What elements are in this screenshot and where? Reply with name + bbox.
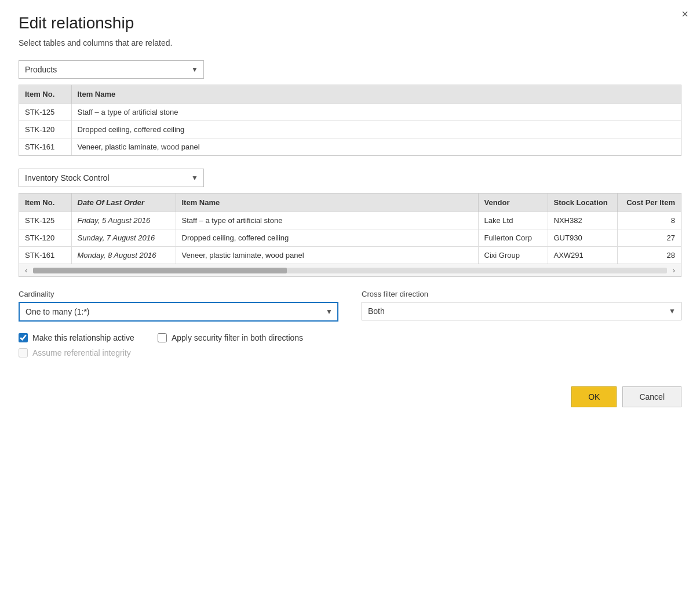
table1-header-row: Item No. Item Name — [19, 85, 681, 104]
table2-cell-vendor: Lake Ltd — [478, 212, 548, 229]
table1-cell-itemname: Staff – a type of artificial stone — [71, 104, 681, 121]
table2-cell-cost: 27 — [617, 229, 681, 247]
table2-cell-cost: 28 — [617, 247, 681, 264]
dialog-title: Edit relationship — [19, 14, 681, 32]
table-row: STK-125 Friday, 5 August 2016 Staff – a … — [19, 212, 681, 229]
table2-cell-date: Friday, 5 August 2016 — [71, 212, 176, 229]
right-checkboxes: Apply security filter in both directions — [158, 333, 303, 363]
table2-col-stock: Stock Location — [548, 194, 617, 212]
table2-cell-itemno: STK-120 — [19, 229, 71, 247]
table2-col-vendor: Vendor — [478, 194, 548, 212]
active-checkbox-label[interactable]: Make this relationship active — [32, 333, 134, 342]
table2-cell-stock: AXW291 — [548, 247, 617, 264]
cardinality-label: Cardinality — [19, 290, 338, 298]
cross-filter-dropdown[interactable]: BothSingle — [362, 302, 681, 320]
cross-filter-dropdown-wrapper: BothSingle ▼ — [362, 302, 681, 320]
table1-dropdown-wrapper: Products ▼ — [19, 60, 204, 79]
table2-body: STK-125 Friday, 5 August 2016 Staff – a … — [19, 212, 681, 264]
scroll-left-icon[interactable]: ‹ — [23, 266, 30, 275]
security-checkbox-row: Apply security filter in both directions — [158, 333, 303, 342]
cross-filter-group: Cross filter direction BothSingle ▼ — [362, 290, 681, 320]
controls-section: Cardinality One to many (1:*)Many to one… — [19, 290, 681, 322]
table1-cell-itemno: STK-161 — [19, 138, 71, 156]
referential-checkbox-row: Assume referential integrity — [19, 348, 134, 357]
table2-scrollbar[interactable]: ‹ › — [19, 264, 681, 276]
table2-cell-date: Sunday, 7 August 2016 — [71, 229, 176, 247]
table2: Item No. Date Of Last Order Item Name Ve… — [19, 194, 681, 264]
table2-cell-vendor: Fullerton Corp — [478, 229, 548, 247]
scroll-thumb — [33, 268, 286, 273]
table2-cell-date: Monday, 8 August 2016 — [71, 247, 176, 264]
table1-col-itemname: Item Name — [71, 85, 681, 104]
left-checkboxes: Make this relationship active Assume ref… — [19, 333, 134, 363]
checkboxes-section: Make this relationship active Assume ref… — [19, 333, 681, 363]
scroll-right-icon[interactable]: › — [670, 266, 677, 275]
table1-container: Item No. Item Name STK-125Staff – a type… — [19, 85, 681, 156]
table-row: STK-120 Sunday, 7 August 2016 Dropped ce… — [19, 229, 681, 247]
table1-cell-itemno: STK-120 — [19, 121, 71, 138]
table1-cell-itemname: Veneer, plastic laminate, wood panel — [71, 138, 681, 156]
action-buttons: OK Cancel — [19, 386, 681, 407]
referential-checkbox[interactable] — [19, 348, 28, 357]
cardinality-group: Cardinality One to many (1:*)Many to one… — [19, 290, 338, 322]
table2-col-cost: Cost Per Item — [617, 194, 681, 212]
table-row: STK-161Veneer, plastic laminate, wood pa… — [19, 138, 681, 156]
table1-cell-itemno: STK-125 — [19, 104, 71, 121]
dialog-subtitle: Select tables and columns that are relat… — [19, 38, 681, 48]
table2-cell-itemname: Veneer, plastic laminate, wood panel — [176, 247, 478, 264]
close-button[interactable]: × — [681, 8, 688, 20]
table2-header-row: Item No. Date Of Last Order Item Name Ve… — [19, 194, 681, 212]
table2-col-itemname: Item Name — [176, 194, 478, 212]
table-row: STK-120Dropped ceiling, coffered ceiling — [19, 121, 681, 138]
table2-cell-stock: NXH382 — [548, 212, 617, 229]
table2-container: Item No. Date Of Last Order Item Name Ve… — [19, 193, 681, 277]
table1: Item No. Item Name STK-125Staff – a type… — [19, 85, 681, 155]
table2-cell-itemno: STK-161 — [19, 247, 71, 264]
security-checkbox[interactable] — [158, 333, 167, 342]
edit-relationship-dialog: × Edit relationship Select tables and co… — [0, 0, 700, 595]
referential-checkbox-label: Assume referential integrity — [32, 348, 131, 357]
table2-cell-cost: 8 — [617, 212, 681, 229]
table2-cell-itemname: Dropped ceiling, coffered ceiling — [176, 229, 478, 247]
table1-cell-itemname: Dropped ceiling, coffered ceiling — [71, 121, 681, 138]
table-row: STK-161 Monday, 8 August 2016 Veneer, pl… — [19, 247, 681, 264]
active-checkbox[interactable] — [19, 333, 28, 342]
table2-cell-itemname: Staff – a type of artificial stone — [176, 212, 478, 229]
table2-col-itemno: Item No. — [19, 194, 71, 212]
table1-dropdown[interactable]: Products — [19, 60, 204, 79]
scroll-track[interactable] — [33, 268, 666, 273]
security-checkbox-label[interactable]: Apply security filter in both directions — [172, 333, 303, 342]
table2-dropdown-wrapper: Inventory Stock Control ▼ — [19, 169, 204, 187]
cardinality-dropdown[interactable]: One to many (1:*)Many to one (*:1)One to… — [19, 302, 338, 322]
active-checkbox-row: Make this relationship active — [19, 333, 134, 342]
table-row: STK-125Staff – a type of artificial ston… — [19, 104, 681, 121]
cardinality-dropdown-wrapper: One to many (1:*)Many to one (*:1)One to… — [19, 302, 338, 322]
table2-cell-itemno: STK-125 — [19, 212, 71, 229]
table2-cell-stock: GUT930 — [548, 229, 617, 247]
ok-button[interactable]: OK — [571, 386, 617, 407]
table2-dropdown[interactable]: Inventory Stock Control — [19, 169, 204, 187]
table1-body: STK-125Staff – a type of artificial ston… — [19, 104, 681, 156]
cancel-button[interactable]: Cancel — [622, 386, 681, 407]
cross-filter-label: Cross filter direction — [362, 290, 681, 298]
table2-cell-vendor: Cixi Group — [478, 247, 548, 264]
table1-col-itemno: Item No. — [19, 85, 71, 104]
table2-col-date: Date Of Last Order — [71, 194, 176, 212]
